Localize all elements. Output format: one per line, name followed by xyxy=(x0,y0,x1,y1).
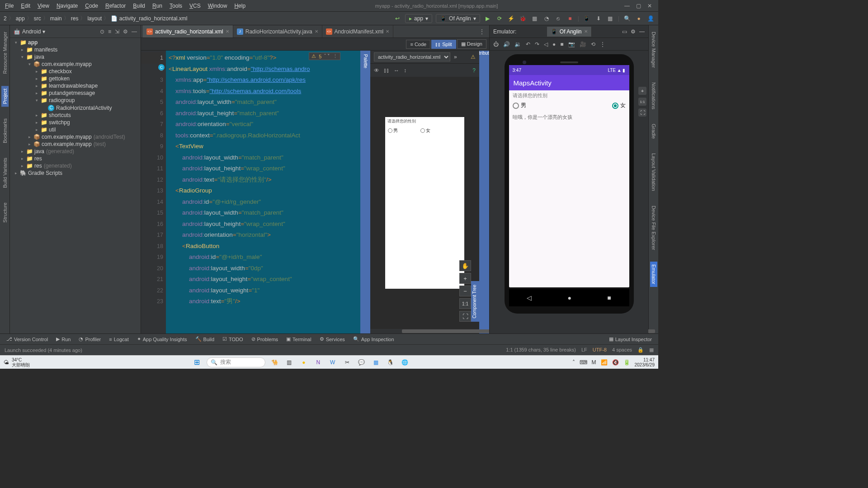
rotate-left-icon[interactable]: ↶ xyxy=(526,41,530,47)
tree-item[interactable]: ▸📁putandgetmessage xyxy=(10,89,141,97)
left-tab-build-variants[interactable]: Build Variants xyxy=(1,155,9,191)
breadcrumb-item[interactable]: layout xyxy=(87,15,102,22)
layout-preview[interactable]: 请选择您的性别 男 女 xyxy=(385,117,464,289)
menu-tools[interactable]: Tools xyxy=(166,2,185,10)
expand-icon[interactable]: ≡ xyxy=(108,28,111,35)
bottom-tab-services[interactable]: ⚙ Services xyxy=(316,335,349,343)
power-icon[interactable]: ⏻ xyxy=(493,41,499,47)
hide-emulator-icon[interactable]: — xyxy=(639,28,645,35)
collapse-icon[interactable]: ⇲ xyxy=(115,28,119,35)
project-view-selector[interactable]: Android xyxy=(22,28,41,35)
minimize-button[interactable]: — xyxy=(624,3,630,9)
view-code[interactable]: ≡ Code xyxy=(406,40,430,49)
tree-item[interactable]: ▸📁res (generated) xyxy=(10,162,141,169)
sdk-icon[interactable]: ⬇ xyxy=(594,14,603,23)
bottom-tab-terminal[interactable]: ▣ Terminal xyxy=(283,335,315,343)
left-tab-project[interactable]: Project xyxy=(1,86,9,107)
menu-edit[interactable]: Edit xyxy=(18,2,33,10)
bottom-tab-run[interactable]: ▶ Run xyxy=(52,335,74,343)
tree-item[interactable]: ▸📁switchpg xyxy=(10,119,141,126)
weather-widget[interactable]: 🌤 34°C大部晴朗 xyxy=(4,357,30,367)
tree-item[interactable]: ▸📁learndrawableshape xyxy=(10,82,141,89)
edge-icon[interactable]: 🌐 xyxy=(400,357,410,367)
zoom-in-button[interactable]: + xyxy=(459,273,471,284)
vol-down-icon[interactable]: 🔉 xyxy=(514,41,521,47)
settings-icon[interactable]: 👤 xyxy=(646,14,655,23)
window-icon[interactable]: ▭ xyxy=(622,28,627,35)
zoom-out-button[interactable]: − xyxy=(459,286,471,296)
apply-code-icon[interactable]: ⚡ xyxy=(507,14,515,23)
left-tab-structure[interactable]: Structure xyxy=(1,200,9,225)
maximize-button[interactable]: ▢ xyxy=(636,3,641,9)
record-icon[interactable]: 🎥 xyxy=(580,41,586,47)
bottom-tab-app-quality-insights[interactable]: ✦ App Quality Insights xyxy=(133,335,191,343)
app-icon[interactable]: ▦ xyxy=(371,357,381,367)
tree-item[interactable]: ▸🐘Gradle Scripts xyxy=(10,169,141,177)
breadcrumbs[interactable]: 2〉app〉src〉main〉res〉layout〉📄 activity_rad… xyxy=(4,14,188,22)
clock[interactable]: 11:472023/6/29 xyxy=(635,357,655,367)
layout-inspector-icon[interactable]: ▦ xyxy=(606,14,614,23)
layout-inspector-tab[interactable]: ▦ Layout Inspector xyxy=(605,335,656,343)
more-icon[interactable]: ⋮ xyxy=(600,41,605,47)
start-button[interactable]: ⊞ xyxy=(192,357,202,367)
app-icon[interactable]: 💬 xyxy=(357,357,367,367)
app-icon[interactable]: W xyxy=(328,357,338,367)
right-tab-notifications[interactable]: Notifications xyxy=(650,80,657,112)
caret-position[interactable]: 1:1 (1359 chars, 35 line breaks) xyxy=(506,347,576,353)
emulator-tab[interactable]: 📱 Of Anglin ✕ xyxy=(547,27,592,37)
menu-file[interactable]: File xyxy=(2,2,17,10)
tabs-overflow-icon[interactable]: ⋮ xyxy=(475,28,489,35)
avd-icon[interactable]: 📱 xyxy=(583,14,591,23)
app-icon[interactable]: N xyxy=(313,357,323,367)
stop-icon[interactable]: ■ xyxy=(566,14,574,23)
breadcrumb-item[interactable]: 2 xyxy=(4,15,7,22)
menu-build[interactable]: Build xyxy=(130,2,148,10)
menu-code[interactable]: Code xyxy=(82,2,101,10)
tree-item[interactable]: ▸📦com.example.myapp (androidTest) xyxy=(10,133,141,141)
indent-info[interactable]: 4 spaces xyxy=(612,347,632,353)
nav-home[interactable]: ● xyxy=(568,294,571,301)
bottom-tab-app-inspection[interactable]: 🔍 App Inspection xyxy=(349,335,398,343)
emulator-settings-icon[interactable]: ⚙ xyxy=(631,28,636,35)
overview-icon[interactable]: ■ xyxy=(560,41,563,47)
snapshots-icon[interactable]: ⟲ xyxy=(591,41,595,47)
project-tree[interactable]: ▾📁app▸📁manifests▾📁java▾📦com.example.myap… xyxy=(10,38,141,333)
right-tab-layout-validation[interactable]: Layout Validation xyxy=(650,150,657,194)
panel-settings-icon[interactable]: ⚙ xyxy=(123,28,128,35)
h-scrollbar[interactable] xyxy=(370,329,479,333)
volume-icon[interactable]: 🔇 xyxy=(612,359,619,366)
file-encoding[interactable]: UTF-8 xyxy=(593,347,607,353)
view-design[interactable]: ▦ Design xyxy=(457,39,486,49)
tree-item[interactable]: ▾📁app xyxy=(10,39,141,46)
palette-rail[interactable]: Palette xyxy=(360,51,370,333)
sync-icon[interactable]: ↩ xyxy=(393,14,401,23)
hide-panel-icon[interactable]: — xyxy=(132,28,137,35)
right-tab-device-file-explorer[interactable]: Device File Explorer xyxy=(650,203,657,253)
right-tab-emulator[interactable]: Emulator xyxy=(650,262,657,287)
tree-item[interactable]: ▸📁checkbox xyxy=(10,68,141,75)
nav-back[interactable]: ◁ xyxy=(527,294,532,301)
menu-view[interactable]: View xyxy=(34,2,52,10)
right-tab-device-manager[interactable]: Device Manager xyxy=(650,29,657,70)
tree-item[interactable]: ▾📁radiogroup xyxy=(10,97,141,104)
view-split[interactable]: ⫿⫿ Split xyxy=(431,40,456,49)
warning-icon[interactable]: ⚠ xyxy=(471,54,476,60)
breadcrumb-item[interactable]: app xyxy=(16,15,25,22)
tray-icon[interactable]: M xyxy=(592,359,596,366)
menu-navigate[interactable]: Navigate xyxy=(53,2,81,10)
device-selector[interactable]: 📱Of Anglin▾ xyxy=(436,14,480,23)
memory-icon[interactable]: ▦ xyxy=(649,347,654,353)
debug-icon[interactable]: 🐞 xyxy=(519,14,527,23)
tree-item[interactable]: ▸📁manifests xyxy=(10,46,141,53)
taskbar-search[interactable]: 🔍搜索 xyxy=(207,357,265,367)
menu-help[interactable]: Help xyxy=(231,2,249,10)
radio-male[interactable]: 男 xyxy=(513,102,526,109)
tree-item[interactable]: ▸📁res xyxy=(10,155,141,162)
select-open-file-icon[interactable]: ⊙ xyxy=(100,28,104,35)
class-gutter-icon[interactable]: C xyxy=(158,64,165,70)
attributes-rail[interactable]: Attributes xyxy=(479,51,489,333)
eye-icon[interactable]: 👁 xyxy=(374,67,379,74)
nav-overview[interactable]: ■ xyxy=(607,294,611,301)
zoom-reset-button[interactable]: 1:1 xyxy=(459,298,471,309)
app-icon[interactable]: ✂ xyxy=(342,357,352,367)
